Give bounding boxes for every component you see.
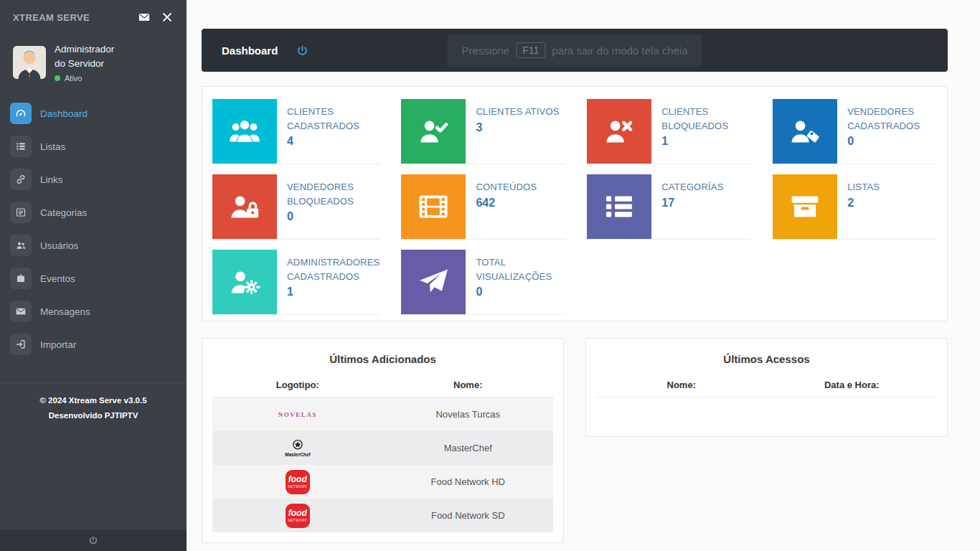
recent-added-rows: NOVELAS Novelas Turcas MasterChef Master… <box>212 397 553 532</box>
food-network-logo: foodnetwork <box>286 470 310 494</box>
recent-access-panel: Últimos Acessos Nome: Data e Hora: <box>585 338 948 437</box>
stat-tile-clientes-cadastrados: CLIENTES CADASTRADOS 4 <box>212 99 380 164</box>
masterchef-logo: MasterChef <box>281 438 314 458</box>
f11-key: F11 <box>516 42 545 58</box>
sidebar-item-label: Categorias <box>40 207 87 218</box>
sidebar-item-usuarios[interactable]: Usuários <box>0 229 187 262</box>
sidebar-item-label: Dashboard <box>40 108 88 119</box>
sidebar-nav: Dashboard Listas Links Categorias Usuári… <box>0 97 187 361</box>
sidebar-item-eventos[interactable]: Eventos <box>0 262 187 295</box>
recent-added-panel: Últimos Adicionados Logotipo: Nome: NOVE… <box>202 338 564 543</box>
fullscreen-toast: Pressione F11 para sair do modo tela che… <box>447 34 702 66</box>
stats-grid: CLIENTES CADASTRADOS 4 CLIENTES ATIVOS 3… <box>212 99 937 315</box>
stat-tile-categorias: CATEGORÍAS 17 <box>587 174 751 240</box>
briefcase-icon <box>10 268 32 289</box>
stat-label: CLIENTES CADASTRADOS <box>287 105 380 133</box>
sidebar-power-bar[interactable] <box>0 529 187 551</box>
sidebar-item-dashboard[interactable]: Dashboard <box>0 97 187 130</box>
stat-label: LISTAS <box>847 180 880 194</box>
col-nome: Nome: <box>383 380 554 390</box>
stat-tile-administradores-cadastrados: ADMINISTRADORES CADASTRADOS 1 <box>212 250 380 315</box>
list-icon <box>10 136 32 157</box>
brand-title: XTREAM SERVE <box>13 12 90 23</box>
mail-icon[interactable] <box>138 11 151 24</box>
stat-label: TOTAL VISUALIZAÇÕES <box>476 255 565 283</box>
logo-cell: foodnetwork <box>212 470 383 494</box>
power-icon[interactable] <box>88 535 98 545</box>
page-title: Dashboard <box>222 44 278 57</box>
sidebar-footer: © 2024 Xtream Serve v3.0.5 Desenvolvido … <box>0 382 187 433</box>
table-row: foodnetwork Food Network HD <box>212 465 553 499</box>
envelope-icon <box>10 301 32 322</box>
stat-tile-listas: LISTAS 2 <box>773 174 937 240</box>
stat-label: CLIENTES BLOQUEADOS <box>661 105 751 133</box>
recent-access-rows <box>596 397 937 426</box>
user-tag-icon <box>773 99 837 164</box>
col-data-hora: Data e Hora: <box>767 380 938 390</box>
col-logotipo: Logotipo: <box>212 380 383 390</box>
stat-value: 1 <box>661 135 751 148</box>
col-nome: Nome: <box>596 380 767 390</box>
logout-power-icon[interactable] <box>296 44 308 57</box>
name-cell: Food Network HD <box>383 476 554 487</box>
table-row: foodnetwork Food Network SD <box>212 499 553 532</box>
stat-label: VENDEDORES CADASTRADOS <box>847 105 937 133</box>
film-icon <box>401 174 466 239</box>
sidebar-item-label: Links <box>40 174 63 185</box>
sidebar-item-listas[interactable]: Listas <box>0 130 187 163</box>
user-lock-icon <box>212 174 277 239</box>
main-content: Dashboard Pressione F11 para sair do mod… <box>187 0 980 551</box>
sidebar-item-links[interactable]: Links <box>0 163 187 196</box>
logo-cell: NOVELAS <box>212 411 383 418</box>
sidebar-item-categorias[interactable]: Categorias <box>0 196 187 229</box>
sidebar-item-mensagens[interactable]: Mensagens <box>0 295 187 328</box>
stat-tile-conteudos: CONTEÚDOS 642 <box>401 174 565 240</box>
import-icon <box>10 334 32 355</box>
developer-text: Desenvolvido PJTIPTV <box>6 408 181 423</box>
novelas-turcas-logo: NOVELAS <box>278 411 317 418</box>
stat-tile-clientes-bloqueados: CLIENTES BLOQUEADOS 1 <box>587 99 751 164</box>
food-network-logo: foodnetwork <box>286 504 310 528</box>
stat-value: 1 <box>287 286 380 298</box>
stat-tile-total-visualizacoes: TOTAL VISUALIZAÇÕES 0 <box>401 250 565 315</box>
recent-added-title: Últimos Adicionados <box>212 353 553 365</box>
recent-access-title: Últimos Acessos <box>596 353 937 365</box>
avatar <box>13 46 46 79</box>
sidebar-item-label: Eventos <box>40 273 75 284</box>
close-sidebar-icon[interactable] <box>161 11 174 24</box>
stat-label: VENDEDORES BLOQUEADOS <box>287 180 380 208</box>
stat-tile-clientes-ativos: CLIENTES ATIVOS 3 <box>401 99 565 164</box>
user-gear-icon <box>212 250 277 314</box>
box-icon <box>773 174 837 239</box>
table-header: Logotipo: Nome: <box>212 380 553 397</box>
table-row: MasterChef MasterChef <box>212 431 553 465</box>
link-icon <box>10 169 32 190</box>
sidebar-item-label: Usuários <box>40 240 78 251</box>
sidebar-item-importar[interactable]: Importar <box>0 328 187 361</box>
gauge-icon <box>10 103 32 124</box>
list-big-icon <box>587 174 651 239</box>
stat-value: 4 <box>287 135 380 148</box>
table-row: NOVELAS Novelas Turcas <box>212 397 553 431</box>
stat-label: CONTEÚDOS <box>476 180 537 194</box>
stat-label: CLIENTES ATIVOS <box>476 105 559 119</box>
users-group-icon <box>212 99 277 164</box>
user-x-icon <box>587 99 651 164</box>
paper-plane-icon <box>401 250 466 314</box>
stat-value: 3 <box>476 121 559 134</box>
sidebar: XTREAM SERVE Administrador do S <box>0 0 187 551</box>
logo-cell: foodnetwork <box>212 504 383 528</box>
name-cell: Novelas Turcas <box>383 409 554 420</box>
stat-value: 0 <box>476 286 565 298</box>
stat-value: 642 <box>476 197 537 209</box>
copyright-text: © 2024 Xtream Serve v3.0.5 <box>6 393 181 408</box>
name-cell: MasterChef <box>383 443 554 453</box>
logo-cell: MasterChef <box>212 438 383 458</box>
table-header: Nome: Data e Hora: <box>596 380 937 397</box>
name-cell: Food Network SD <box>383 510 554 521</box>
topbar: Dashboard Pressione F11 para sair do mod… <box>202 29 948 72</box>
svg-text:MasterChef: MasterChef <box>285 452 311 457</box>
stat-label: CATEGORÍAS <box>661 180 723 194</box>
sidebar-item-label: Importar <box>40 339 76 350</box>
sidebar-item-label: Mensagens <box>40 306 90 317</box>
